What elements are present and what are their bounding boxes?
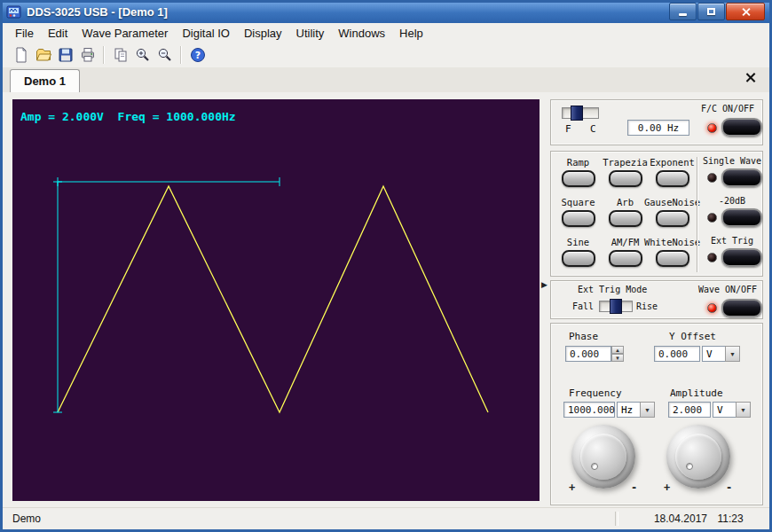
frequency-knob[interactable] <box>571 425 635 489</box>
sine-wave-button[interactable] <box>562 250 595 267</box>
triangle-waveform <box>58 186 488 412</box>
single-wave-label: Single Wave <box>700 156 764 166</box>
trapezia-wave-button[interactable] <box>609 170 642 187</box>
zoom-out-icon <box>157 47 173 63</box>
maximize-icon <box>707 8 715 15</box>
wave-onoff-led <box>707 303 717 313</box>
trig-mode-slider[interactable] <box>599 301 633 312</box>
y-offset-dropdown-button[interactable]: ▼ <box>725 346 740 362</box>
status-bar: Demo 18.04.2017 11:23 <box>3 507 769 529</box>
app-window: DDS-3025 USB - [Demo 1] File Edit Wave P… <box>0 0 772 532</box>
open-folder-icon <box>35 47 51 63</box>
ramp-label: Ramp <box>567 157 589 168</box>
dropdown-arrow-icon: ▼ <box>644 407 650 413</box>
save-button[interactable] <box>54 44 76 66</box>
sine-label: Sine <box>567 237 589 247</box>
menu-utility[interactable]: Utility <box>289 25 332 42</box>
dropdown-arrow-icon: ▼ <box>740 407 746 413</box>
frequency-knob-dial[interactable] <box>580 434 626 480</box>
status-time: 11:23 <box>707 512 753 525</box>
amplitude-unit-select[interactable]: V ▼ <box>713 402 751 418</box>
status-message: Demo <box>3 512 615 525</box>
spin-down-button[interactable]: ▼ <box>611 354 624 362</box>
wave-onoff-button[interactable] <box>721 299 762 317</box>
fc-slider[interactable] <box>562 107 599 119</box>
whitenoise-wave-button[interactable] <box>656 250 689 267</box>
wave-select-group: Ramp Trapezia Exponent Square Arb GauseN… <box>550 151 763 277</box>
fc-onoff-button[interactable] <box>721 118 762 137</box>
trapezia-label: Trapezia <box>603 157 648 168</box>
amplitude-knob[interactable] <box>666 425 730 489</box>
y-offset-unit-select[interactable]: V ▼ <box>702 346 740 362</box>
ramp-wave-button[interactable] <box>562 170 595 187</box>
gausenoise-label: GauseNoise <box>644 197 700 207</box>
arb-wave-button[interactable] <box>609 210 642 227</box>
waveform-canvas <box>12 99 540 501</box>
menu-file[interactable]: File <box>8 25 41 42</box>
frequency-input[interactable]: 1000.000 <box>563 402 615 418</box>
print-button[interactable] <box>76 44 98 66</box>
fc-led <box>707 123 717 133</box>
frequency-knob-plus: + <box>569 481 575 494</box>
menu-windows[interactable]: Windows <box>331 25 392 42</box>
gausenoise-wave-button[interactable] <box>656 210 689 227</box>
copy-button[interactable] <box>109 44 131 66</box>
print-icon <box>80 47 96 63</box>
tab-demo1[interactable]: Demo 1 <box>10 69 80 92</box>
exponent-wave-button[interactable] <box>656 170 689 187</box>
maximize-button[interactable] <box>697 3 725 20</box>
wave-button-grid: Ramp Trapezia Exponent Square Arb GauseN… <box>555 155 696 275</box>
amplitude-input[interactable]: 2.000 <box>668 402 711 418</box>
spin-up-button[interactable]: ▲ <box>611 346 624 354</box>
zoom-in-button[interactable] <box>131 44 154 66</box>
minus20db-led <box>707 213 717 223</box>
toolbar-separator <box>180 46 182 64</box>
amfm-wave-button[interactable] <box>609 250 642 267</box>
trigger-group: Ext Trig Mode Wave ON/OFF Fall Rise <box>550 280 763 319</box>
ext-trig-label: Ext Trig <box>700 236 764 246</box>
single-wave-button[interactable] <box>721 168 762 187</box>
frequency-knob-minus: - <box>631 481 637 494</box>
ext-trig-mode-label: Ext Trig Mode <box>578 285 647 294</box>
frequency-unit-select[interactable]: Hz ▼ <box>617 402 655 418</box>
close-button[interactable] <box>726 3 765 20</box>
zoom-out-button[interactable] <box>154 44 176 66</box>
fc-slider-thumb[interactable] <box>571 106 583 121</box>
measurement-markers <box>53 177 280 412</box>
single-wave-led <box>707 173 717 183</box>
frequency-unit-value: Hz <box>617 402 640 418</box>
open-button[interactable] <box>32 44 54 66</box>
tab-bar: Demo 1 <box>3 67 769 92</box>
content-area: Amp = 2.000V Freq = 1000.000Hz ▶ F C 0.0… <box>3 92 769 508</box>
trig-mode-slider-thumb[interactable] <box>610 299 622 314</box>
panel-collapse-arrow[interactable]: ▶ <box>541 278 547 291</box>
menu-bar: File Edit Wave Parameter Digital IO Disp… <box>3 23 769 43</box>
y-offset-input[interactable]: 0.000 <box>654 346 700 362</box>
knob-indicator-dot <box>591 463 598 470</box>
dropdown-arrow-icon: ▼ <box>729 351 736 357</box>
title-bar: DDS-3025 USB - [Demo 1] <box>0 0 772 23</box>
minus20db-button[interactable] <box>721 208 762 227</box>
new-document-button[interactable] <box>10 44 32 66</box>
knob-indicator-dot <box>686 463 693 470</box>
amplitude-knob-dial[interactable] <box>675 434 721 480</box>
ext-trig-button[interactable] <box>721 248 762 267</box>
menu-help[interactable]: Help <box>392 25 430 42</box>
help-icon: ? <box>190 47 206 63</box>
menu-edit[interactable]: Edit <box>41 25 75 42</box>
amplitude-label: Amplitude <box>670 387 723 399</box>
phase-input[interactable]: 0.000 <box>565 346 611 362</box>
exponent-label: Exponent <box>650 157 695 168</box>
zoom-in-icon <box>135 47 151 63</box>
menu-wave-parameter[interactable]: Wave Parameter <box>75 25 175 42</box>
fall-label: Fall <box>572 301 594 311</box>
minimize-icon <box>679 13 687 16</box>
minimize-button[interactable] <box>669 3 697 20</box>
help-button[interactable]: ? <box>186 44 209 66</box>
amplitude-dropdown-button[interactable]: ▼ <box>736 402 751 418</box>
frequency-dropdown-button[interactable]: ▼ <box>640 402 655 418</box>
tab-close-icon[interactable] <box>744 70 758 84</box>
menu-digital-io[interactable]: Digital IO <box>175 25 236 42</box>
menu-display[interactable]: Display <box>237 25 289 42</box>
square-wave-button[interactable] <box>562 210 595 227</box>
